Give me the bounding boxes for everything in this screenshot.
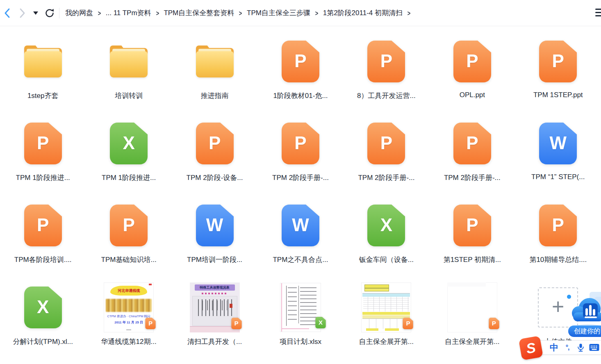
ime-punctuation-toggle[interactable]: °, xyxy=(561,344,574,351)
word-file-icon: W xyxy=(539,123,577,164)
ppt-letter: P xyxy=(294,133,306,153)
file-name: 8）工具开发运营... xyxy=(357,91,416,100)
excel-letter: X xyxy=(380,215,392,235)
ppt-letter: P xyxy=(294,51,306,71)
file-item[interactable]: P TPM 2阶段手册-... xyxy=(344,116,429,198)
breadcrumb-item[interactable]: TPM自主保全三步骤 xyxy=(247,8,310,18)
file-name: 1step齐套 xyxy=(27,91,59,100)
promo-widget[interactable]: 创建你的 xyxy=(564,291,601,341)
file-item[interactable]: P 1阶段教材01-危... xyxy=(257,34,343,116)
folder-item[interactable]: 培训转训 xyxy=(86,34,171,116)
file-item[interactable]: P TPM基础知识培... xyxy=(86,198,171,280)
history-dropdown-button[interactable] xyxy=(29,6,43,20)
file-name: 分解计划(TPM).xl... xyxy=(13,337,73,346)
file-item[interactable]: W TPM之不具合点... xyxy=(257,198,343,280)
file-item[interactable]: X TPM 1阶段推进... xyxy=(86,116,171,198)
ime-language-toggle[interactable]: 中 xyxy=(547,342,561,353)
folder-item[interactable]: 1step齐套 xyxy=(0,34,86,116)
breadcrumb-separator-icon: > xyxy=(239,9,242,17)
file-item[interactable]: P TPM 2阶段手册-... xyxy=(257,116,343,198)
file-name: TPM培训一阶段... xyxy=(187,255,242,264)
file-name: 推进指南 xyxy=(201,91,229,100)
file-item[interactable]: X 分解计划(TPM).xl... xyxy=(0,280,86,362)
file-item[interactable]: P TPM 1STEP.ppt xyxy=(515,34,601,116)
breadcrumb-item[interactable]: ... 11 TPm资料 xyxy=(106,8,151,18)
file-item[interactable]: P TPM 2阶段手册-... xyxy=(429,116,515,198)
ppt-file-icon: P xyxy=(282,123,319,164)
file-item[interactable]: X 钣金车间（设备... xyxy=(344,198,429,280)
ppt-file-icon: P xyxy=(110,205,148,246)
ppt-file-icon: P xyxy=(453,123,491,164)
file-item[interactable]: 河北华通线缆 CTPM 推进办 · ChinaTPM 顾问 2011 年 11 … xyxy=(86,280,171,362)
file-item[interactable]: W TPM培训一阶段... xyxy=(172,198,257,280)
file-item[interactable]: 特殊工具改善现况表 P 清扫工具开发（... xyxy=(172,280,257,362)
ppt-badge-icon: P xyxy=(145,318,156,329)
file-item[interactable]: P 第1STEP 初期清... xyxy=(429,198,515,280)
file-item[interactable]: P 8）工具开发运营... xyxy=(344,34,429,116)
ppt-badge-icon: P xyxy=(488,318,500,329)
ppt-letter: P xyxy=(552,215,564,235)
file-name: TPM 1阶段推进... xyxy=(102,173,156,182)
breadcrumb-item[interactable]: 我的网盘 xyxy=(65,8,93,18)
excel-file-icon: X xyxy=(24,287,62,328)
breadcrumb-item[interactable]: 1第2阶段2011-4 初期清扫 xyxy=(323,8,403,18)
file-item[interactable]: W TPM “1” STEP(... xyxy=(515,116,601,198)
microphone-icon[interactable] xyxy=(574,343,588,352)
file-name: TPM之不具合点... xyxy=(273,255,328,264)
file-name: TPM “1” STEP(... xyxy=(531,173,585,181)
file-item[interactable]: P TPM 2阶段-设备... xyxy=(172,116,257,198)
refresh-button[interactable] xyxy=(43,6,57,20)
ppt-file-icon: P xyxy=(196,123,234,164)
create-button[interactable]: 创建你的 xyxy=(568,325,601,337)
ppt-photo-thumbnail: 特殊工具改善现况表 P xyxy=(190,282,240,332)
file-item[interactable]: P OPL.ppt xyxy=(429,34,515,116)
page-header: 我的网盘 > ... 11 TPm资料 > TPM自主保全整套资料 > TPM自… xyxy=(0,0,601,26)
chevron-right-icon xyxy=(17,8,27,18)
ppt-file-icon: P xyxy=(367,123,405,164)
breadcrumb-separator-icon: > xyxy=(407,9,410,17)
file-item[interactable]: X 项目计划.xlsx xyxy=(257,280,343,362)
file-item[interactable]: P TPM各阶段培训.... xyxy=(0,198,86,280)
file-name: TPM 1阶段推进... xyxy=(16,173,70,182)
file-name: 清扫工具开发（... xyxy=(187,337,242,346)
file-item[interactable]: P 自主保全展开第... xyxy=(429,280,515,362)
file-name: 华通线缆第12期... xyxy=(101,337,157,346)
word-file-icon: W xyxy=(196,205,234,246)
ppt-letter: P xyxy=(466,133,478,153)
ppt-slide-thumbnail: 河北华通线缆 CTPM 推进办 · ChinaTPM 顾问 2011 年 11 … xyxy=(104,282,154,332)
file-item[interactable]: P 第10期辅导总结.... xyxy=(515,198,601,280)
forward-button[interactable] xyxy=(15,6,29,20)
cloud-chart-icon xyxy=(564,291,601,330)
excel-file-icon: X xyxy=(367,205,405,246)
refresh-icon xyxy=(45,8,55,18)
sogou-logo-icon[interactable]: S xyxy=(519,336,543,360)
ppt-letter: P xyxy=(380,133,392,153)
back-button[interactable] xyxy=(1,6,15,20)
file-name: TPM 2阶段-设备... xyxy=(187,173,243,182)
breadcrumb-separator-icon: > xyxy=(98,9,101,17)
folder-icon xyxy=(196,46,234,77)
menu-icon[interactable] xyxy=(595,9,601,16)
ppt-file-icon: P xyxy=(539,205,577,246)
keyboard-icon[interactable] xyxy=(587,344,601,351)
breadcrumb: 我的网盘 > ... 11 TPm资料 > TPM自主保全整套资料 > TPM自… xyxy=(65,8,415,18)
folder-icon xyxy=(24,46,62,77)
breadcrumb-item[interactable]: TPM自主保全整套资料 xyxy=(164,8,234,18)
ppt-letter: P xyxy=(552,51,564,71)
word-letter: W xyxy=(206,215,223,235)
breadcrumb-separator-icon: > xyxy=(315,9,318,17)
excel-letter: X xyxy=(37,297,49,317)
file-name: 培训转训 xyxy=(115,91,143,100)
ppt-letter: P xyxy=(466,215,478,235)
file-item[interactable]: P TPM 1阶段推进... xyxy=(0,116,86,198)
caret-down-icon xyxy=(33,11,38,15)
divider xyxy=(59,8,59,18)
slide-arch-title: 河北华通线缆 xyxy=(110,286,147,296)
excel-badge-icon: X xyxy=(315,317,326,328)
file-item[interactable]: P 自主保全展开第... xyxy=(344,280,429,362)
ppt-file-icon: P xyxy=(453,205,491,246)
folder-item[interactable]: 推进指南 xyxy=(172,34,257,116)
ppt-badge-icon: P xyxy=(402,318,414,329)
file-name: 1阶段教材01-危... xyxy=(273,91,328,100)
file-name: TPM 2阶段手册-... xyxy=(358,173,414,182)
